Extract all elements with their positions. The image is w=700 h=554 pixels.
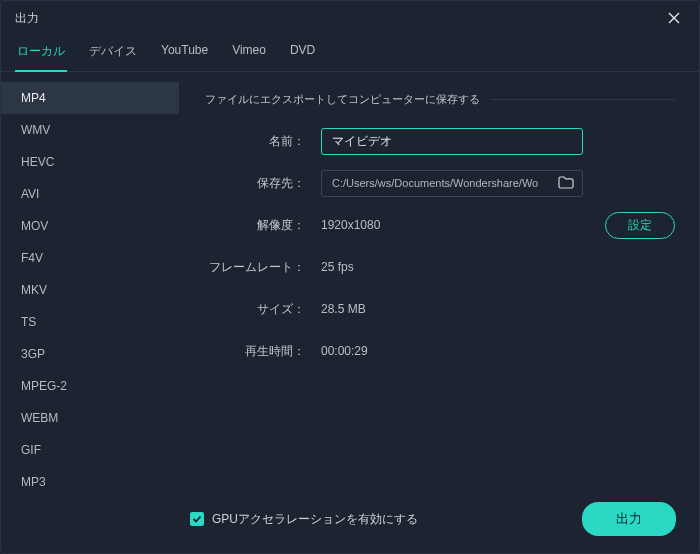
destination-field[interactable]: C:/Users/ws/Documents/Wondershare/Wo [321,170,583,197]
tab-vimeo[interactable]: Vimeo [230,37,268,72]
footer: GPUアクセラレーションを有効にする 出力 [0,488,700,554]
format-mkv[interactable]: MKV [1,274,179,306]
settings-button[interactable]: 設定 [605,212,675,239]
format-hevc[interactable]: HEVC [1,146,179,178]
format-wmv[interactable]: WMV [1,114,179,146]
tabs: ローカル デバイス YouTube Vimeo DVD [1,33,699,72]
tab-youtube[interactable]: YouTube [159,37,210,72]
format-sidebar: MP4 WMV HEVC AVI MOV F4V MKV TS 3GP MPEG… [1,72,179,518]
divider [490,99,675,100]
format-webm[interactable]: WEBM [1,402,179,434]
gpu-label: GPUアクセラレーションを有効にする [212,511,418,528]
duration-label: 再生時間： [205,343,321,360]
resolution-value: 1920x1080 [321,218,380,232]
gpu-checkbox[interactable]: GPUアクセラレーションを有効にする [190,511,418,528]
framerate-label: フレームレート： [205,259,321,276]
destination-label: 保存先： [205,175,321,192]
tab-local[interactable]: ローカル [15,37,67,72]
close-icon[interactable] [661,9,687,27]
size-value: 28.5 MB [321,302,366,316]
format-3gp[interactable]: 3GP [1,338,179,370]
export-button[interactable]: 出力 [582,502,676,536]
settings-panel: ファイルにエクスポートしてコンピューターに保存する 名前： 保存先： C:/Us… [179,72,699,518]
checkbox-checked-icon [190,512,204,526]
tab-dvd[interactable]: DVD [288,37,317,72]
size-label: サイズ： [205,301,321,318]
name-input[interactable] [321,128,583,155]
format-mp4[interactable]: MP4 [1,82,179,114]
duration-value: 00:00:29 [321,344,368,358]
folder-icon[interactable] [558,176,574,191]
format-f4v[interactable]: F4V [1,242,179,274]
format-avi[interactable]: AVI [1,178,179,210]
framerate-value: 25 fps [321,260,354,274]
window-title: 出力 [15,10,39,27]
format-mpeg2[interactable]: MPEG-2 [1,370,179,402]
titlebar: 出力 [1,1,699,33]
format-ts[interactable]: TS [1,306,179,338]
resolution-label: 解像度： [205,217,321,234]
format-mov[interactable]: MOV [1,210,179,242]
destination-value: C:/Users/ws/Documents/Wondershare/Wo [332,177,552,189]
section-title: ファイルにエクスポートしてコンピューターに保存する [205,92,480,107]
tab-device[interactable]: デバイス [87,37,139,72]
name-label: 名前： [205,133,321,150]
format-gif[interactable]: GIF [1,434,179,466]
